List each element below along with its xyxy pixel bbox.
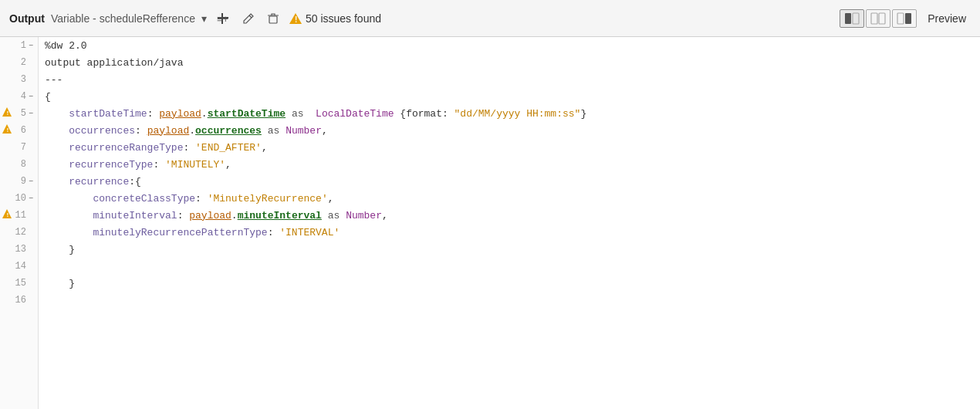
code-token: :: [135, 125, 147, 137]
code-token: }: [580, 108, 586, 120]
fold-icon: [29, 245, 33, 254]
code-line-3: ---: [45, 71, 980, 88]
line-number-row: 7: [0, 139, 38, 156]
code-line-16: [45, 292, 980, 309]
issues-count: 50 issues found: [306, 12, 381, 25]
view-split-right-icon: [897, 12, 912, 25]
line-number-row: ! 6: [0, 122, 38, 139]
line-num: 8: [11, 159, 26, 170]
code-token: [45, 295, 51, 306]
issues-badge: ! 50 issues found: [289, 12, 381, 25]
code-token: [340, 210, 346, 221]
add-icon: ≡+: [216, 12, 230, 25]
code-token: Number: [286, 125, 322, 137]
dropdown-arrow[interactable]: ▾: [201, 12, 207, 25]
fold-icon[interactable]: −: [29, 177, 33, 186]
code-token: 'END_AFTER': [195, 142, 262, 154]
line-num: 2: [11, 57, 26, 68]
line-num: 12: [11, 227, 26, 238]
code-editor: 1 − 2 3 4 − ! 5 −: [0, 37, 980, 409]
code-token: [322, 210, 328, 221]
code-token: [286, 108, 292, 120]
code-token: payload: [189, 210, 231, 221]
variable-name: Variable - scheduleRefference: [51, 12, 195, 25]
code-token: }: [45, 278, 75, 289]
code-content: %dw 2.0 output application/java --- { st…: [39, 37, 980, 409]
line-number-row: 4 −: [0, 88, 38, 105]
code-token: 'MINUTELY': [165, 159, 225, 171]
code-token: [304, 108, 316, 120]
code-token: 'MinutelyRecurrence': [208, 193, 328, 204]
svg-text:!: !: [6, 211, 10, 218]
code-token: as: [268, 125, 280, 137]
fold-icon[interactable]: −: [29, 42, 33, 50]
svg-rect-7: [845, 13, 851, 24]
view-split-both-button[interactable]: [866, 9, 890, 28]
code-line-13: }: [45, 241, 980, 258]
view-split-both-icon: [870, 12, 886, 25]
line-number-row: 9 −: [0, 173, 38, 190]
fold-icon: [29, 296, 33, 305]
line-num: 6: [11, 125, 26, 136]
svg-rect-9: [871, 13, 877, 24]
code-line-9: recurrence :{: [45, 173, 980, 190]
code-token: payload: [159, 108, 201, 120]
code-token: as: [292, 108, 304, 120]
edit-button[interactable]: [239, 11, 258, 26]
line-number-row: 13: [0, 241, 38, 258]
line-num: 11: [11, 210, 26, 221]
code-token: recurrence: [45, 176, 129, 188]
line-num: 4: [11, 91, 26, 102]
svg-rect-8: [853, 13, 859, 24]
warning-gutter-icon: !: [2, 106, 12, 120]
svg-text:≡+: ≡+: [217, 13, 228, 25]
svg-rect-12: [905, 13, 911, 24]
view-split-left-icon: [844, 12, 860, 25]
toolbar: Output Variable - scheduleRefference ▾ ≡…: [0, 0, 980, 37]
code-token: LocalDateTime: [316, 108, 394, 120]
fold-icon: [29, 161, 33, 169]
code-token: minuteInterval: [238, 210, 322, 221]
code-line-10: concreteClassType : 'MinutelyRecurrence'…: [45, 190, 980, 207]
code-token: :: [177, 210, 190, 221]
code-line-2: output application/java: [45, 54, 980, 71]
add-button[interactable]: ≡+: [213, 10, 233, 27]
code-token: [279, 125, 286, 137]
line-num: 15: [11, 278, 26, 289]
code-line-8: recurrenceType : 'MINUTELY' ,: [45, 156, 980, 173]
line-number-row: 1 −: [0, 37, 38, 54]
fold-icon[interactable]: −: [29, 93, 33, 101]
line-number-row: 15: [0, 275, 38, 292]
warning-gutter-icon: !: [2, 208, 12, 222]
line-num: 5: [11, 108, 26, 119]
code-token: payload: [147, 125, 190, 137]
line-num: 9: [11, 176, 26, 187]
line-num: 16: [11, 295, 26, 306]
line-number-row: 10 −: [0, 190, 38, 207]
code-token: .: [189, 125, 195, 137]
code-token: ,: [225, 159, 231, 171]
code-token: :: [195, 193, 208, 204]
line-num: 1: [11, 40, 26, 51]
code-token: 'INTERVAL': [279, 227, 340, 238]
warning-icon: !: [289, 12, 302, 25]
code-token: ---: [45, 74, 63, 86]
preview-button[interactable]: Preview: [923, 11, 971, 26]
code-token: "dd/MM/yyyy HH:mm:ss": [455, 108, 581, 120]
view-split-right-button[interactable]: [892, 9, 917, 28]
view-toggle: [840, 9, 917, 28]
delete-button[interactable]: [264, 11, 282, 26]
line-number-row: 2: [0, 54, 38, 71]
code-token: :: [147, 108, 160, 120]
view-split-left-button[interactable]: [840, 9, 864, 28]
code-token: startDateTime: [45, 108, 147, 120]
fold-icon[interactable]: −: [29, 194, 33, 203]
code-line-15: }: [45, 275, 980, 292]
line-number-row: 14: [0, 258, 38, 275]
fold-icon[interactable]: −: [29, 110, 33, 118]
line-number-row: 12: [0, 224, 38, 241]
fold-icon: [29, 59, 33, 67]
code-line-14: [45, 258, 980, 275]
code-token: occurrences: [195, 125, 262, 137]
code-token: output application/java: [45, 57, 183, 69]
